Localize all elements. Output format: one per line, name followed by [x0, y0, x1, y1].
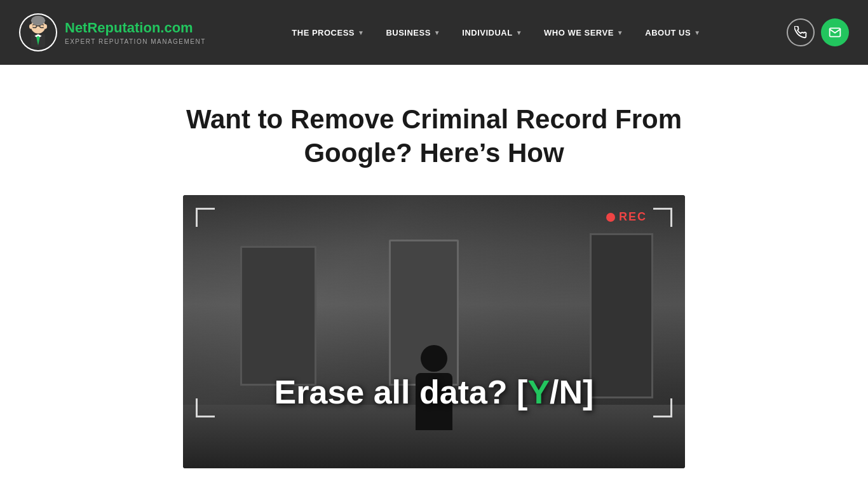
overlay-text-part2: /N]: [550, 374, 593, 410]
header-contact-icons: [787, 18, 849, 46]
article-title: Want to Remove Criminal Record From Goog…: [180, 103, 688, 170]
logo-area[interactable]: NetReputation.com EXPERT REPUTATION MANA…: [19, 13, 206, 51]
overlay-text-part1: Erase all data? [: [275, 374, 528, 410]
logo-avatar: [19, 13, 57, 51]
logo-name-plain: NetReputation: [65, 20, 160, 36]
svg-point-10: [43, 24, 47, 29]
site-header: NetReputation.com EXPERT REPUTATION MANA…: [0, 0, 868, 65]
person-head: [421, 345, 447, 372]
logo-subtitle: EXPERT REPUTATION MANAGEMENT: [65, 38, 206, 45]
camera-scene: REC Erase all data? [Y/N]: [183, 195, 685, 468]
hero-overlay-text: Erase all data? [Y/N]: [183, 373, 685, 411]
overlay-text-y: Y: [527, 374, 550, 410]
main-nav: THE PROCESS ▼ BUSINESS ▼ INDIVIDUAL ▼ WH…: [283, 22, 709, 44]
chevron-down-icon: ▼: [358, 29, 364, 36]
nav-item-about-us[interactable]: ABOUT US ▼: [636, 22, 709, 44]
logo-name-dot: .com: [160, 20, 193, 36]
rec-label: REC: [619, 210, 647, 224]
rec-dot: [606, 213, 615, 222]
chevron-down-icon: ▼: [434, 29, 440, 36]
hero-image: REC Erase all data? [Y/N]: [183, 195, 685, 468]
email-button[interactable]: [821, 18, 849, 46]
svg-point-9: [29, 24, 33, 29]
svg-point-5: [31, 16, 45, 25]
nav-item-individual[interactable]: INDIVIDUAL ▼: [453, 22, 531, 44]
main-content: Want to Remove Criminal Record From Goog…: [0, 65, 868, 468]
logo-title: NetReputation.com: [65, 20, 206, 36]
phone-button[interactable]: [787, 18, 815, 46]
chevron-down-icon: ▼: [617, 29, 623, 36]
rec-indicator: REC: [606, 210, 647, 224]
nav-item-who-we-serve[interactable]: WHO WE SERVE ▼: [535, 22, 632, 44]
chevron-down-icon: ▼: [694, 29, 700, 36]
nav-item-the-process[interactable]: THE PROCESS ▼: [283, 22, 373, 44]
logo-text: NetReputation.com EXPERT REPUTATION MANA…: [65, 20, 206, 44]
nav-item-business[interactable]: BUSINESS ▼: [377, 22, 449, 44]
chevron-down-icon: ▼: [516, 29, 522, 36]
viewfinder-corner-tr: [653, 208, 672, 227]
viewfinder-corner-tl: [196, 208, 215, 227]
overlay-text-main: Erase all data? [Y/N]: [275, 374, 594, 410]
door-left: [240, 246, 316, 386]
